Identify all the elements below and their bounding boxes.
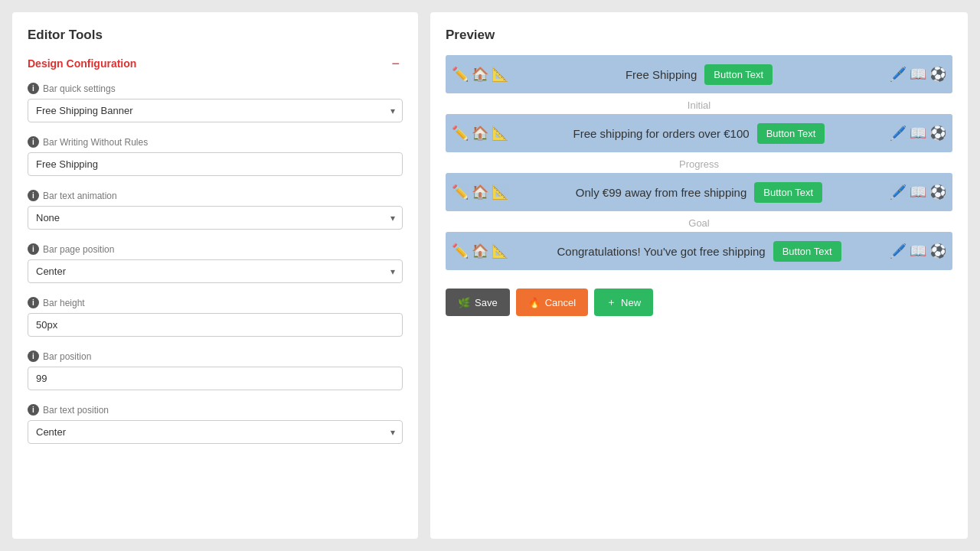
header-animation-group: i Bar text animation None Fade Slide Bou…: [28, 190, 403, 230]
align-group: i Bar text position Center Left Right ▾: [28, 404, 403, 444]
editor-tools-title: Editor Tools: [28, 28, 403, 43]
banner-initial-section: Initial ✏️ 🏠 📐 Free shipping for orders …: [446, 99, 952, 152]
deco-book-icon: 📖: [910, 66, 926, 83]
header-animation-select-wrapper: None Fade Slide Bounce ▾: [28, 206, 403, 230]
banner-type-select-wrapper: Free Shipping Banner Promotion Banner Cu…: [28, 99, 403, 122]
save-label: Save: [475, 297, 498, 308]
banner-type-select[interactable]: Free Shipping Banner Promotion Banner Cu…: [28, 99, 403, 122]
height-input[interactable]: [28, 313, 403, 337]
cancel-icon: 🔥: [528, 297, 541, 308]
deco-soccer3-icon: ⚽: [929, 184, 946, 201]
banner-initial-text: Free shipping for orders over €100: [573, 127, 750, 140]
header-animation-select[interactable]: None Fade Slide Bounce: [28, 206, 403, 230]
banner-progress-deco-right: 🖊️ 📖 ⚽: [876, 173, 952, 211]
deco-soccer2-icon: ⚽: [929, 125, 946, 142]
bar-text-sublabel: i Bar Writing Without Rules: [28, 136, 403, 148]
deco-pen3-icon: 🖊️: [890, 184, 906, 201]
collapse-button[interactable]: −: [388, 57, 403, 70]
new-button[interactable]: ＋ New: [594, 289, 653, 316]
new-label: New: [621, 297, 641, 308]
align-select-wrapper: Center Left Right ▾: [28, 420, 403, 444]
banner-initial-deco-left: ✏️ 🏠 📐: [446, 114, 522, 152]
banner-goal-label: Goal: [446, 217, 952, 229]
banner-top-strip: ✏️ 🏠 📐 Free Shipping Button Text 🖊️ 📖 ⚽: [446, 55, 952, 93]
deco-house4-icon: 🏠: [472, 243, 488, 259]
banner-type-sublabel: i Bar quick settings: [28, 83, 403, 94]
banner-top-button[interactable]: Button Text: [704, 64, 773, 85]
banner-top-deco-left: ✏️ 🏠 📐: [446, 55, 522, 93]
deco-ruler2-icon: 📐: [492, 125, 508, 142]
banner-goal-text: Congratulations! You've got free shippin…: [557, 245, 765, 258]
bar-text-info-icon[interactable]: i: [28, 136, 39, 148]
action-bar: 🌿 Save 🔥 Cancel ＋ New: [446, 289, 952, 316]
deco-book3-icon: 📖: [910, 184, 926, 201]
deco-ruler-icon: 📐: [492, 66, 508, 83]
preview-title: Preview: [446, 28, 952, 43]
bar-index-input[interactable]: [28, 367, 403, 390]
bar-index-sublabel: i Bar position: [28, 350, 403, 362]
banner-top-section: ✏️ 🏠 📐 Free Shipping Button Text 🖊️ 📖 ⚽: [446, 55, 952, 93]
deco-house-icon: 🏠: [472, 66, 488, 83]
banner-initial-strip: ✏️ 🏠 📐 Free shipping for orders over €10…: [446, 114, 952, 152]
deco-ruler3-icon: 📐: [492, 184, 508, 201]
header-animation-sublabel: i Bar text animation: [28, 190, 403, 201]
bar-type-group: i Bar page position Center Top Bottom ▾: [28, 243, 403, 283]
align-select[interactable]: Center Left Right: [28, 420, 403, 444]
deco-pencil3-icon: ✏️: [452, 184, 469, 201]
banner-initial-label: Initial: [446, 99, 952, 111]
bar-type-sublabel: i Bar page position: [28, 243, 403, 255]
bar-type-info-icon[interactable]: i: [28, 243, 39, 255]
banner-progress-label: Progress: [446, 158, 952, 170]
bar-index-group: i Bar position: [28, 350, 403, 390]
deco-pen-icon: 🖊️: [890, 66, 906, 83]
deco-pen4-icon: 🖊️: [890, 243, 906, 259]
new-plus-icon: ＋: [606, 295, 616, 309]
deco-ruler4-icon: 📐: [492, 243, 508, 259]
deco-house2-icon: 🏠: [472, 125, 488, 142]
banner-goal-strip: ✏️ 🏠 📐 Congratulations! You've got free …: [446, 232, 952, 270]
left-panel: Editor Tools Design Configuration − i Ba…: [12, 12, 418, 539]
height-sublabel: i Bar height: [28, 297, 403, 308]
bar-text-input[interactable]: [28, 152, 403, 176]
banner-initial-deco-right: 🖊️ 📖 ⚽: [876, 114, 952, 152]
header-animation-info-icon[interactable]: i: [28, 190, 39, 201]
deco-pencil-icon: ✏️: [452, 66, 469, 83]
right-panel: Preview ✏️ 🏠 📐 Free Shipping Button Text…: [430, 12, 968, 539]
design-config-header: Design Configuration −: [28, 57, 403, 70]
save-icon: 🌿: [458, 297, 470, 308]
banner-progress-section: Progress ✏️ 🏠 📐 Only €99 away from free …: [446, 158, 952, 211]
design-config-title: Design Configuration: [28, 57, 136, 70]
banner-initial-button[interactable]: Button Text: [757, 123, 825, 144]
align-sublabel: i Bar text position: [28, 404, 403, 416]
deco-pen2-icon: 🖊️: [890, 125, 906, 142]
cancel-label: Cancel: [545, 297, 576, 308]
save-button[interactable]: 🌿 Save: [446, 289, 510, 316]
align-info-icon[interactable]: i: [28, 404, 39, 416]
banner-goal-deco-left: ✏️ 🏠 📐: [446, 232, 522, 270]
height-group: i Bar height: [28, 297, 403, 337]
deco-pencil2-icon: ✏️: [452, 125, 469, 142]
deco-book2-icon: 📖: [910, 125, 926, 142]
deco-house3-icon: 🏠: [472, 184, 488, 201]
banner-goal-section: Goal ✏️ 🏠 📐 Congratulations! You've got …: [446, 217, 952, 270]
bar-type-select-wrapper: Center Top Bottom ▾: [28, 259, 403, 283]
banner-goal-deco-right: 🖊️ 📖 ⚽: [876, 232, 952, 270]
cancel-button[interactable]: 🔥 Cancel: [516, 289, 588, 316]
deco-book4-icon: 📖: [910, 243, 926, 259]
banner-top-text: Free Shipping: [626, 68, 697, 81]
bar-type-select[interactable]: Center Top Bottom: [28, 259, 403, 283]
banner-type-info-icon[interactable]: i: [28, 83, 39, 94]
deco-soccer-icon: ⚽: [929, 66, 946, 83]
banner-progress-button[interactable]: Button Text: [754, 182, 822, 203]
bar-text-group: i Bar Writing Without Rules: [28, 136, 403, 176]
bar-index-info-icon[interactable]: i: [28, 350, 39, 362]
deco-soccer4-icon: ⚽: [929, 243, 946, 259]
banner-top-deco-right: 🖊️ 📖 ⚽: [876, 55, 952, 93]
height-info-icon[interactable]: i: [28, 297, 39, 308]
banner-progress-strip: ✏️ 🏠 📐 Only €99 away from free shipping …: [446, 173, 952, 211]
deco-pencil4-icon: ✏️: [452, 243, 469, 259]
banner-progress-text: Only €99 away from free shipping: [576, 186, 746, 199]
banner-type-group: i Bar quick settings Free Shipping Banne…: [28, 83, 403, 122]
banner-progress-deco-left: ✏️ 🏠 📐: [446, 173, 522, 211]
banner-goal-button[interactable]: Button Text: [773, 241, 841, 262]
